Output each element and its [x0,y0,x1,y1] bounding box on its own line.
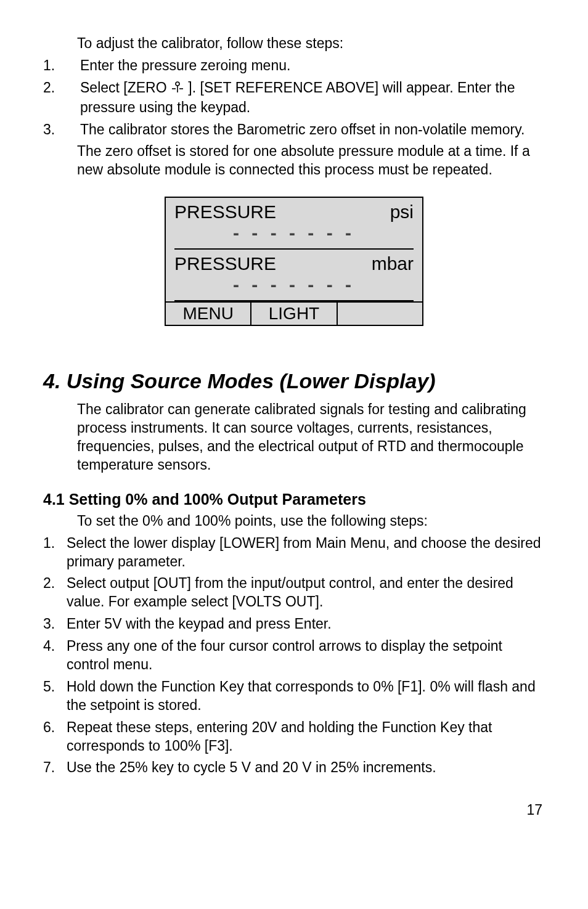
softkey-empty [337,303,422,325]
list-text: Enter 5V with the keypad and press Enter… [67,615,545,634]
lcd-frame: PRESSURE psi - - - - - - - PRESSURE mbar… [165,197,423,326]
list-text: The calibrator stores the Barometric zer… [80,121,545,139]
softkey-menu: MENU [166,303,250,325]
page-number: 17 [43,802,545,818]
list-text: Use the 25% key to cycle 5 V and 20 V in… [67,759,545,777]
list-number: 1. [43,57,80,75]
subsection-heading: 4.1 Setting 0% and 100% Output Parameter… [43,491,545,508]
list-text: Select [ZERO ]. [SET REFERENCE ABOVE] wi… [80,79,545,117]
list-number: 6. [43,719,67,737]
list-item: 5. Hold down the Function Key that corre… [43,678,545,715]
list-text: Select output [OUT] from the input/outpu… [67,574,545,611]
list-item: 2. Select output [OUT] from the input/ou… [43,574,545,611]
section-body: The calibrator can generate calibrated s… [77,401,545,475]
list-item: 2. Select [ZERO ]. [SET REFERENCE ABOVE]… [43,79,545,117]
page: To adjust the calibrator, follow these s… [0,0,588,849]
list-item: 7. Use the 25% key to cycle 5 V and 20 V… [43,759,545,777]
list-number: 2. [43,574,67,593]
lcd-top-panel: PRESSURE psi - - - - - - - [166,198,422,248]
lcd-top-unit: psi [390,202,414,222]
list-text: Select the lower display [LOWER] from Ma… [67,534,545,571]
list-number: 4. [43,637,67,656]
list-text: Press any one of the four cursor control… [67,637,545,674]
section-heading: 4. Using Source Modes (Lower Display) [43,369,545,393]
lcd-display: PRESSURE psi - - - - - - - PRESSURE mbar… [165,197,423,326]
list-number: 3. [43,615,67,634]
lcd-top-value: - - - - - - - [174,222,414,246]
list-item: 3. The calibrator stores the Barometric … [43,121,545,139]
lead-paragraph: To adjust the calibrator, follow these s… [77,35,545,53]
subsection-lead: To set the 0% and 100% points, use the f… [77,512,545,531]
subsection-steps: 1. Select the lower display [LOWER] from… [43,534,545,778]
list-number: 3. [43,121,80,139]
lcd-bottom-label: PRESSURE [174,253,276,274]
list-text: Enter the pressure zeroing menu. [80,57,545,75]
lcd-bottom-value: - - - - - - - [174,274,414,298]
lcd-bottom-panel: PRESSURE mbar - - - - - - - [166,250,422,300]
softkey-light: LIGHT [250,303,336,325]
list-item: 6. Repeat these steps, entering 20V and … [43,719,545,756]
list-item: 1. Enter the pressure zeroing menu. [43,57,545,75]
lcd-top-label: PRESSURE [174,202,276,222]
list-item: 4. Press any one of the four cursor cont… [43,637,545,674]
lcd-bottom-unit: mbar [372,253,414,274]
list-number: 2. [43,79,80,97]
list-number: 7. [43,759,67,777]
intro-steps: 1. Enter the pressure zeroing menu. 2. S… [43,57,545,139]
step2-prefix: Select [ZERO [80,79,171,96]
lcd-softkeys: MENU LIGHT [166,301,422,325]
list-number: 5. [43,678,67,696]
list-item: 1. Select the lower display [LOWER] from… [43,534,545,571]
svg-point-0 [176,82,179,86]
zero-reference-icon [171,80,184,99]
list-item: 3. Enter 5V with the keypad and press En… [43,615,545,634]
list-text: Repeat these steps, entering 20V and hol… [67,719,545,756]
list-text: Hold down the Function Key that correspo… [67,678,545,715]
list-number: 1. [43,534,67,553]
tail-paragraph: The zero offset is stored for one absolu… [77,142,545,179]
